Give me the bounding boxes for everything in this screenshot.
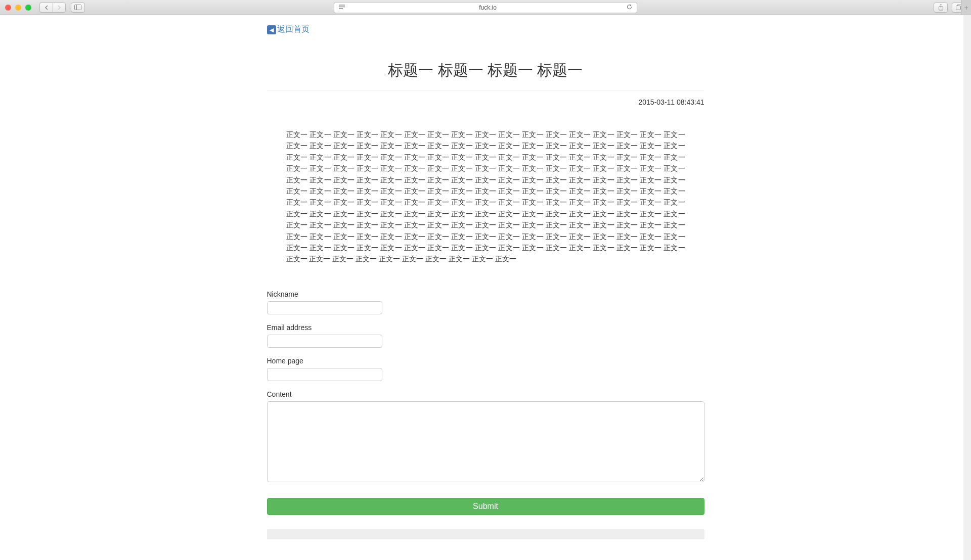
page-content: ◀ 返回首页 标题一 标题一 标题一 标题一 2015-03-11 08:43:…	[267, 15, 704, 548]
url-text: fuck.io	[349, 4, 626, 11]
close-window-button[interactable]	[5, 5, 11, 11]
forward-button[interactable]	[53, 3, 66, 13]
content-textarea[interactable]	[267, 401, 704, 482]
window-controls	[5, 5, 31, 11]
back-home-link[interactable]: ◀ 返回首页	[267, 24, 310, 35]
minimize-window-button[interactable]	[15, 5, 21, 11]
email-label: Email address	[267, 323, 704, 332]
form-group-content: Content	[267, 390, 704, 484]
content-label: Content	[267, 390, 704, 398]
back-arrow-icon: ◀	[267, 25, 276, 34]
svg-rect-7	[956, 6, 960, 10]
form-group-email: Email address	[267, 323, 704, 348]
browser-toolbar: fuck.io +	[0, 0, 971, 15]
article-title: 标题一 标题一 标题一 标题一	[267, 60, 704, 81]
homepage-input[interactable]	[267, 368, 382, 381]
nickname-label: Nickname	[267, 290, 704, 298]
article-timestamp: 2015-03-11 08:43:41	[267, 98, 704, 106]
scrollbar[interactable]	[963, 15, 971, 548]
comment-form: Nickname Email address Home page Content…	[267, 290, 704, 515]
back-button[interactable]	[39, 3, 53, 13]
new-tab-button[interactable]: +	[961, 0, 971, 15]
divider	[267, 90, 704, 90]
nickname-input[interactable]	[267, 301, 382, 314]
submit-button[interactable]: Submit	[267, 498, 704, 515]
reload-icon[interactable]	[626, 4, 633, 12]
back-link-text: 返回首页	[277, 24, 310, 35]
sidebar-toggle-button[interactable]	[71, 3, 85, 13]
form-group-homepage: Home page	[267, 357, 704, 381]
form-group-nickname: Nickname	[267, 290, 704, 314]
maximize-window-button[interactable]	[25, 5, 31, 11]
reader-mode-icon[interactable]	[338, 4, 345, 12]
nav-buttons	[39, 3, 66, 13]
homepage-label: Home page	[267, 357, 704, 365]
footer-bar	[267, 529, 704, 539]
share-button[interactable]	[934, 3, 948, 13]
article-body: 正文一 正文一 正文一 正文一 正文一 正文一 正文一 正文一 正文一 正文一 …	[267, 129, 704, 265]
email-input[interactable]	[267, 335, 382, 348]
address-bar[interactable]: fuck.io	[334, 2, 637, 13]
svg-rect-0	[75, 5, 81, 10]
